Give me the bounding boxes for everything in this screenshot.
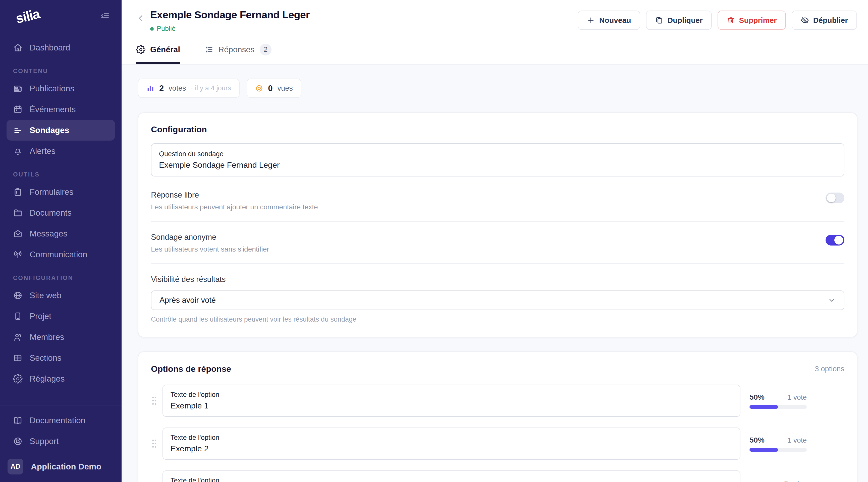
question-input-value: Exemple Sondage Fernand Leger xyxy=(159,160,836,170)
newspaper-icon xyxy=(13,84,23,93)
sidebar-item-label: Support xyxy=(30,437,59,446)
users-icon xyxy=(13,332,23,342)
configuration-card: Configuration Question du sondage Exempl… xyxy=(138,113,858,338)
main-area: Exemple Sondage Fernand Leger Publié Nou… xyxy=(122,0,868,482)
sidebar-item-label: Réglages xyxy=(30,374,65,384)
sidebar-item-dashboard[interactable]: Dashboard xyxy=(6,37,115,58)
sidebar-item-label: Formulaires xyxy=(30,187,73,197)
collapse-sidebar-icon xyxy=(100,10,110,21)
free-response-title: Réponse libre xyxy=(151,191,318,200)
option-input-label: Texte de l'option xyxy=(170,391,733,399)
device-icon xyxy=(13,312,23,321)
drag-handle-icon[interactable] xyxy=(151,395,157,406)
chevron-down-icon xyxy=(828,296,836,304)
globe-icon xyxy=(13,291,23,300)
options-count: 3 options xyxy=(815,365,844,373)
question-input-label: Question du sondage xyxy=(159,150,836,158)
sidebar-item-reglages[interactable]: Réglages xyxy=(6,368,115,389)
votes-label: votes xyxy=(168,84,186,92)
anonymous-toggle[interactable] xyxy=(826,235,844,246)
sidebar-item-membres[interactable]: Membres xyxy=(6,327,115,348)
sidebar-item-label: Sondages xyxy=(30,126,69,135)
page-title: Exemple Sondage Fernand Leger xyxy=(150,9,310,21)
sidebar-item-evenements[interactable]: Événements xyxy=(6,99,115,120)
gear-icon xyxy=(13,374,23,384)
content: 2 votes · il y a 4 jours 0 vues Configur… xyxy=(122,65,868,482)
sidebar-item-messages[interactable]: Messages xyxy=(6,223,115,244)
sidebar-item-label: Documents xyxy=(30,208,71,218)
option-input-1[interactable]: Texte de l'option Exemple 1 xyxy=(162,385,740,417)
sidebar-item-support[interactable]: Support xyxy=(6,431,115,452)
target-icon xyxy=(255,84,263,92)
sidebar-item-site-web[interactable]: Site web xyxy=(6,285,115,306)
option-row-3: Texte de l'option Exemple 3 — 0 votes xyxy=(151,471,844,482)
sidebar-item-documents[interactable]: Documents xyxy=(6,202,115,223)
option-stats-2: 50% 1 vote xyxy=(749,436,807,452)
option-row-1: Texte de l'option Exemple 1 50% 1 vote xyxy=(151,385,844,417)
option-stats-1: 50% 1 vote xyxy=(749,393,807,409)
visibility-label: Visibilité des résultats xyxy=(151,275,844,284)
published-dot xyxy=(150,27,154,31)
tab-reponses[interactable]: Réponses 2 xyxy=(204,44,272,64)
sidebar-item-sondages[interactable]: Sondages xyxy=(6,120,115,140)
delete-button[interactable]: Supprimer xyxy=(718,10,786,30)
visibility-block: Visibilité des résultats Après avoir vot… xyxy=(151,264,844,323)
option-input-value: Exemple 2 xyxy=(170,444,733,453)
sidebar-nav: Dashboard CONTENU Publications Événement… xyxy=(0,31,122,405)
sidebar-item-label: Dashboard xyxy=(30,43,70,53)
visibility-help: Contrôle quand les utilisateurs peuvent … xyxy=(151,316,844,323)
option-percent: 50% xyxy=(749,393,765,401)
option-input-label: Texte de l'option xyxy=(170,434,733,442)
option-input-2[interactable]: Texte de l'option Exemple 2 xyxy=(162,427,740,460)
sidebar-item-formulaires[interactable]: Formulaires xyxy=(6,182,115,202)
responses-count-badge: 2 xyxy=(260,44,272,56)
home-icon xyxy=(13,43,23,53)
anonymous-row: Sondage anonyme Les utilisateurs votent … xyxy=(151,222,844,264)
sidebar-section-outils: OUTILS xyxy=(13,171,115,178)
duplicate-button[interactable]: Dupliquer xyxy=(646,10,712,30)
drag-handle-icon[interactable] xyxy=(151,438,157,449)
views-stat: 0 vues xyxy=(247,78,301,98)
book-open-icon xyxy=(13,416,23,425)
sidebar-section-contenu: CONTENU xyxy=(13,67,115,74)
anonymous-title: Sondage anonyme xyxy=(151,233,269,242)
sidebar-item-label: Membres xyxy=(30,332,64,342)
chevron-left-icon xyxy=(136,13,146,23)
option-progress xyxy=(749,448,807,452)
collapse-sidebar-button[interactable] xyxy=(100,10,110,21)
tab-label: Réponses xyxy=(218,45,254,54)
option-percent: — xyxy=(749,479,757,482)
sidebar-item-publications[interactable]: Publications xyxy=(6,78,115,99)
plus-icon xyxy=(587,16,595,24)
sidebar-item-projet[interactable]: Projet xyxy=(6,306,115,327)
votes-stat: 2 votes · il y a 4 jours xyxy=(138,78,240,98)
option-input-3[interactable]: Texte de l'option Exemple 3 xyxy=(162,471,740,482)
status-badge: Publié xyxy=(150,25,310,33)
sidebar-item-sections[interactable]: Sections xyxy=(6,348,115,368)
configuration-title: Configuration xyxy=(151,125,844,134)
calendar-icon xyxy=(13,105,23,114)
sidebar: silia Dashboard CONTENU Publications xyxy=(0,0,122,482)
visibility-select[interactable]: Après avoir voté xyxy=(151,290,844,310)
back-button[interactable] xyxy=(136,13,146,23)
free-response-toggle[interactable] xyxy=(826,193,844,203)
tab-general[interactable]: Général xyxy=(136,44,180,64)
sidebar-item-documentation[interactable]: Documentation xyxy=(6,410,115,431)
unpublish-button[interactable]: Dépublier xyxy=(792,10,857,30)
eye-off-icon xyxy=(801,16,809,24)
list-details-icon xyxy=(204,45,214,54)
sidebar-item-alertes[interactable]: Alertes xyxy=(6,140,115,161)
new-button[interactable]: Nouveau xyxy=(578,10,640,30)
sidebar-item-label: Messages xyxy=(30,229,67,238)
sidebar-item-communication[interactable]: Communication xyxy=(6,244,115,265)
copy-icon xyxy=(655,16,663,24)
option-votes: 0 votes xyxy=(784,479,807,482)
user-menu[interactable]: AD Application Demo xyxy=(6,459,115,475)
option-row-2: Texte de l'option Exemple 2 50% 1 vote xyxy=(151,427,844,460)
votes-value: 2 xyxy=(159,84,164,93)
poll-lines-icon xyxy=(13,126,23,135)
sidebar-footer: Documentation Support AD Application Dem… xyxy=(0,405,122,482)
life-buoy-icon xyxy=(13,437,23,446)
grid-icon xyxy=(13,353,23,363)
question-input[interactable]: Question du sondage Exemple Sondage Fern… xyxy=(151,143,844,176)
